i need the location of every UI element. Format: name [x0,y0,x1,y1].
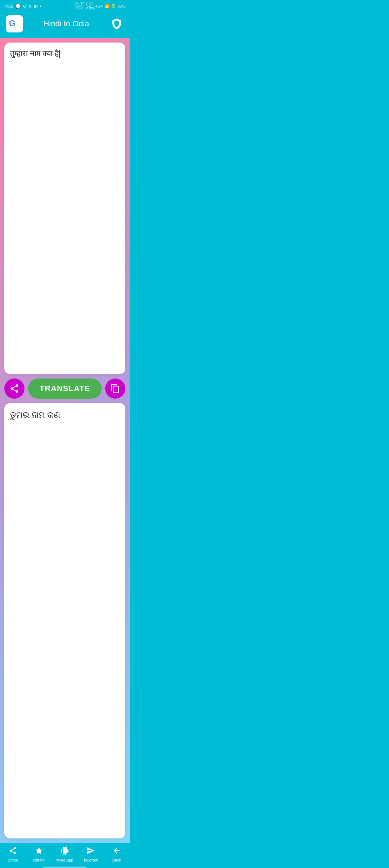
output-text-display: ତୁମର ନାମ କଣ [10,409,120,421]
copy-icon [110,384,120,394]
home-indicator [43,867,86,868]
action-row: TRANSLATE [4,378,125,399]
input-text-display: तुम्हारा नाम क्या है [10,48,120,59]
telegram-nav-label: Teligram [83,858,98,862]
nav-item-share[interactable]: Share [2,846,24,862]
input-text-value: तुम्हारा नाम क्या है [10,49,59,58]
translate-button[interactable]: TRANSLATE [28,378,102,399]
main-content: तुम्हारा नाम क्या है TRANSLATE ତୁମର ନାମ … [0,38,130,843]
nav-item-telegram[interactable]: Teligram [80,846,102,862]
signal-bars: 📶 [104,4,109,9]
shield-icon[interactable] [109,17,124,31]
time-display: 4:23 [4,4,13,9]
star-nav-icon [35,846,43,856]
battery-percent: 30% [117,4,125,8]
bottom-nav: Share Rating More App Teligram [0,843,130,864]
google-translate-logo: G T [6,15,23,32]
output-text-area: ତୁମର ନାମ କଣ [4,403,125,838]
share-nav-label: Share [8,858,18,862]
nav-item-back[interactable]: Back [106,846,128,862]
whatsapp-icon: 💬 [15,4,21,9]
more-app-nav-label: More App [56,858,73,862]
network-type: 4G+ [95,4,103,8]
back-nav-label: Back [112,858,121,862]
send-nav-icon [86,846,95,856]
nav-item-more-app[interactable]: More App [54,846,76,862]
speed-indicator: 0.63KB/s [86,2,94,10]
data-icon: ⇅ [28,4,32,9]
copy-button[interactable] [105,378,125,399]
m-icon: m [33,4,38,9]
translate-label: TRANSLATE [40,384,90,393]
share-icon [9,384,19,394]
status-bar: 4:23 💬 ↺ ⇅ m • VoLTELTE2 0.63KB/s 4G+ 📶 … [0,0,130,12]
share-nav-icon [9,846,17,856]
output-text-value: ତୁମର ନାମ କଣ [10,410,60,420]
app-header: G T Hindi to Odia [0,12,130,38]
dot-icon: • [40,4,41,9]
lte-indicator: VoLTELTE2 [74,2,85,10]
status-indicators: VoLTELTE2 0.63KB/s 4G+ 📶 🔋 30% [74,2,125,10]
rating-nav-label: Rating [33,858,45,862]
header-title: Hindi to Odia [23,19,109,28]
input-text-area[interactable]: तुम्हारा नाम क्या है [4,43,125,374]
svg-text:T: T [14,26,16,31]
text-cursor [59,50,60,58]
share-button[interactable] [4,378,24,399]
android-nav-icon [61,846,69,856]
back-nav-icon [112,846,121,856]
battery-indicator: 🔋 [111,4,116,9]
sync-icon: ↺ [23,4,27,9]
nav-item-rating[interactable]: Rating [28,846,50,862]
status-time: 4:23 💬 ↺ ⇅ m • [4,4,41,9]
input-divider [10,369,120,369]
